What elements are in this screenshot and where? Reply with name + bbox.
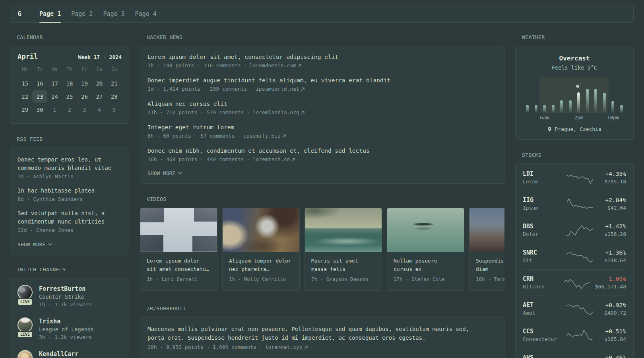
twitch-channel-row[interactable]: LIVE KendallCarr Grand Theft Auto V 2h ·… <box>17 350 122 358</box>
calendar-day[interactable]: 3 <box>77 103 92 116</box>
calendar-day[interactable]: 2 <box>62 103 77 116</box>
twitch-channel-category[interactable]: Counter-Strike <box>39 293 92 301</box>
twitch-channel-row[interactable]: LIVE ForrestBurton Counter-Strike 1h · 1… <box>17 285 122 309</box>
stock-ticker[interactable]: SNRC <box>523 249 561 257</box>
hn-meta-text: 21h · 710 points · 579 comments <box>147 108 244 117</box>
calendar-day[interactable]: 29 <box>17 103 32 116</box>
video-title[interactable]: Aliquam tempor dolor nec pharetra… <box>229 257 293 273</box>
calendar-day[interactable]: 16 <box>32 77 47 90</box>
rss-item-title[interactable]: In hac habitasse platea <box>17 187 122 195</box>
calendar-day[interactable]: 17 <box>47 77 62 90</box>
stock-row[interactable]: DBSDolor +1.42%$156.28 <box>523 217 626 243</box>
stock-row[interactable]: SNRCSit +1.36%$148.64 <box>523 243 626 269</box>
calendar-day[interactable]: 4 <box>92 103 107 116</box>
video-thumbnail[interactable] <box>387 208 464 252</box>
stock-ticker[interactable]: CRN <box>523 275 561 283</box>
hn-item-domain[interactable]: loremtech.co <box>252 155 295 164</box>
calendar-day[interactable]: 26 <box>77 90 92 103</box>
weather-location[interactable]: Prague, Czechia <box>522 126 627 132</box>
stock-sparkline <box>567 197 593 211</box>
hn-item-title[interactable]: Integer eget rutrum lorem <box>147 123 497 132</box>
stock-row[interactable]: CRNBitcorn -1.00%$66,171.48 <box>523 269 626 296</box>
calendar-day[interactable]: 18 <box>62 77 77 90</box>
calendar-day[interactable]: 25 <box>62 90 77 103</box>
dot-separator: · <box>244 61 247 70</box>
twitch-channel-name[interactable]: KendallCarr <box>39 350 97 358</box>
video-card[interactable]: Mauris sit amet massa felis 7h · Grayson… <box>305 208 382 291</box>
video-card[interactable]: Suspendisse sagittis diam 18h · Tara Hof… <box>469 208 504 291</box>
rss-item: In hac habitasse platea 8d · Cynthia Sau… <box>17 187 122 203</box>
app-logo[interactable]: G <box>10 5 29 22</box>
video-thumbnail[interactable] <box>469 208 504 252</box>
stock-row[interactable]: LDILorem +4.35%$795.18 <box>523 165 626 191</box>
rss-show-more-button[interactable]: SHOW MORE <box>17 241 122 247</box>
stock-ticker[interactable]: AHS <box>523 354 561 358</box>
video-card[interactable]: Lorem ipsum dolor sit amet consectetu… 1… <box>140 208 217 291</box>
twitch-channel-name[interactable]: Trisha <box>39 317 94 325</box>
calendar-day[interactable]: 24 <box>47 90 62 103</box>
calendar-day[interactable]: 23 <box>32 90 47 103</box>
stock-row[interactable]: IIGIpsum +2.84%$42.04 <box>523 191 626 217</box>
calendar-day[interactable]: 27 <box>92 90 107 103</box>
stock-ticker[interactable]: DBS <box>523 222 561 230</box>
hn-show-more-button[interactable]: SHOW MORE <box>147 170 497 176</box>
calendar-week: Week 17 · 2024 <box>78 54 122 60</box>
stock-row[interactable]: AETAmet +0.92%$499.72 <box>523 296 626 322</box>
hn-item-domain[interactable]: loremlandia.org <box>252 108 304 117</box>
twitch-channel-row[interactable]: LIVE Trisha League of Legends 3h · 1.2k … <box>17 317 122 341</box>
video-title[interactable]: Lorem ipsum dolor sit amet consectetu… <box>147 257 211 273</box>
subreddit-post-title[interactable]: Maecenas mollis pulvinar erat non posuer… <box>147 325 479 342</box>
twitch-channel-meta: 1h · 1.7k viewers <box>39 301 92 309</box>
weather-title: WEATHER <box>522 35 634 40</box>
calendar-day[interactable]: 20 <box>92 77 107 90</box>
video-title[interactable]: Mauris sit amet massa felis <box>311 257 375 273</box>
rss-item-meta: 12d · Chance Jones <box>17 226 122 234</box>
video-thumbnail[interactable] <box>305 208 382 252</box>
calendar-day[interactable]: 21 <box>107 77 122 90</box>
tab-page-1[interactable]: Page 1 <box>39 5 61 22</box>
stock-row[interactable]: CCSConsectetur +0.51%$165.84 <box>523 322 626 348</box>
hn-item-domain[interactable]: ipsumify.biz <box>243 132 286 140</box>
weather-bar <box>552 105 555 113</box>
subreddit-post-meta: 19h · 9,932 points · 1,090 comments·lore… <box>147 343 497 351</box>
calendar-day[interactable]: 15 <box>17 77 32 90</box>
hn-item-title[interactable]: Aliquam nec cursus elit <box>147 99 497 108</box>
subreddit-post-domain[interactable]: loremnet.xyz <box>265 343 308 351</box>
calendar-day[interactable]: 22 <box>17 90 32 103</box>
rss-item-title[interactable]: Donec tempor eros leo, ut commodo mauris… <box>17 156 122 172</box>
video-title[interactable]: Suspendisse sagittis diam <box>476 257 504 273</box>
video-thumbnail[interactable] <box>140 208 217 252</box>
stock-ticker[interactable]: LDI <box>523 170 561 178</box>
tab-page-4[interactable]: Page 4 <box>135 5 157 22</box>
stocks-widget: STOCKS LDILorem +4.35%$795.18 IIGIpsum +… <box>515 152 634 358</box>
tab-page-3[interactable]: Page 3 <box>103 5 124 22</box>
calendar-week-label: Week 17 <box>78 54 100 60</box>
calendar-day[interactable]: 19 <box>77 77 92 90</box>
calendar-day[interactable]: 1 <box>47 103 62 116</box>
twitch-channel-meta: 3h · 1.2k viewers <box>39 333 94 341</box>
stock-ticker[interactable]: IIG <box>523 196 561 204</box>
calendar-day[interactable]: 5 <box>107 103 122 116</box>
hn-item-title[interactable]: Donec enim nibh, condimentum et accumsan… <box>147 146 497 155</box>
stock-price: $148.64 <box>604 257 626 265</box>
stock-ticker[interactable]: AET <box>523 301 561 309</box>
chevron-down-icon <box>178 172 182 175</box>
video-title[interactable]: Nullam posuere cursus ex <box>394 257 458 273</box>
tab-page-2[interactable]: Page 2 <box>71 5 93 22</box>
hn-item-title[interactable]: Lorem ipsum dolor sit amet, consectetur … <box>147 53 497 61</box>
hn-item-title[interactable]: Donec imperdiet augue tincidunt felis al… <box>147 76 497 85</box>
hn-item-domain[interactable]: loremdomain.com <box>250 61 301 70</box>
calendar-day[interactable]: 28 <box>107 90 122 103</box>
calendar-grid: MoTuWeThFrSaSu15161718192021222324252627… <box>17 66 122 116</box>
hn-item-domain[interactable]: ipsumworld.net <box>256 85 305 93</box>
video-thumbnail[interactable] <box>223 208 299 252</box>
video-card[interactable]: Aliquam tempor dolor nec pharetra… 1h · … <box>222 208 300 291</box>
twitch-channel-name[interactable]: ForrestBurton <box>39 285 92 293</box>
video-card[interactable]: Nullam posuere cursus ex 17h · Stefan Co… <box>387 208 464 291</box>
stock-row[interactable]: AHSAdipiscing +0.46%$88.12 <box>523 348 626 358</box>
stock-ticker[interactable]: CCS <box>523 327 561 335</box>
rss-item-title[interactable]: Sed volutpat nulla nisl, a condimentum n… <box>17 209 122 226</box>
weather-bars <box>525 77 624 113</box>
twitch-channel-category[interactable]: League of Legends <box>39 325 94 333</box>
calendar-day[interactable]: 30 <box>32 103 47 116</box>
